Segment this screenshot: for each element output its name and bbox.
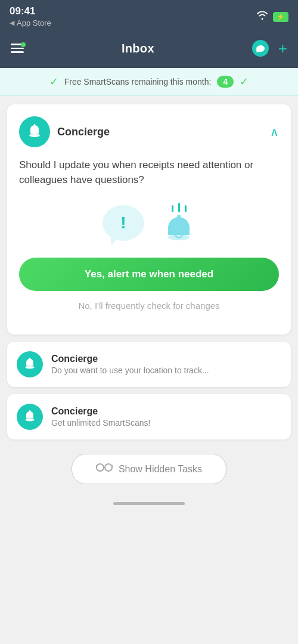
concierge-row-title-1: Concierge: [51, 354, 209, 364]
bell-small-icon-1: [23, 358, 36, 371]
status-bar: 09:41 ◀ App Store ⚡: [0, 0, 298, 31]
back-arrow-icon: ◀: [10, 19, 14, 27]
app-header: Inbox +: [0, 31, 298, 68]
menu-button[interactable]: [11, 44, 24, 53]
concierge-header: Concierge ∧: [19, 116, 279, 147]
scan-banner-text: Free SmartScans remaining this month:: [64, 77, 212, 86]
svg-point-5: [29, 358, 31, 360]
ray-2: [178, 203, 180, 212]
wifi-icon: [256, 11, 268, 22]
chat-bubble-shape: !: [103, 205, 144, 241]
status-right: ⚡: [256, 11, 288, 22]
home-bar: [113, 502, 185, 505]
concierge-row-subtitle-1: Do you want to use your location to trac…: [51, 366, 209, 375]
svg-line-12: [112, 466, 113, 467]
bell-illustration: [162, 205, 195, 241]
glasses-svg: [96, 463, 113, 472]
add-button[interactable]: +: [278, 41, 287, 56]
svg-line-11: [96, 466, 97, 467]
bell-small-icon-2: [23, 410, 36, 423]
concierge-avatar: [19, 116, 50, 147]
hamburger-line-3: [11, 51, 24, 53]
status-time: 09:41: [10, 6, 51, 17]
hamburger-line-2: [11, 48, 24, 49]
show-hidden-tasks-label: Show Hidden Tasks: [119, 464, 202, 475]
home-indicator: [0, 495, 298, 510]
chat-icon[interactable]: [252, 40, 269, 57]
concierge-row-card-2[interactable]: Concierge Get unlimited SmartScans!: [7, 394, 291, 439]
status-carrier: ◀ App Store: [10, 18, 51, 27]
scan-count-badge: 4: [217, 76, 234, 88]
svg-point-7: [29, 410, 31, 412]
header-icons: +: [252, 40, 287, 57]
battery-icon: ⚡: [273, 12, 288, 22]
concierge-question: Should I update you when receipts need a…: [19, 158, 279, 187]
concierge-row-subtitle-2: Get unlimited SmartScans!: [51, 418, 151, 428]
scan-banner: ✓ Free SmartScans remaining this month: …: [0, 68, 298, 96]
alert-me-button[interactable]: Yes, alert me when needed: [19, 258, 279, 291]
concierge-row-card-1[interactable]: Concierge Do you want to use your locati…: [7, 342, 291, 387]
concierge-row-1[interactable]: Concierge Do you want to use your locati…: [7, 342, 291, 387]
bell-icon: [27, 124, 42, 140]
bell-rays: [172, 205, 187, 212]
concierge-expanded-card: Concierge ∧ Should I update you when rec…: [7, 104, 291, 335]
ray-3: [185, 205, 187, 212]
bell-large-icon: [162, 215, 195, 241]
main-content: Concierge ∧ Should I update you when rec…: [0, 96, 298, 495]
page-title: Inbox: [122, 42, 154, 55]
concierge-title: Concierge: [57, 126, 270, 138]
illustration-area: !: [19, 187, 279, 253]
scan-right-icon: ✓: [240, 75, 249, 88]
concierge-row-2[interactable]: Concierge Get unlimited SmartScans!: [7, 394, 291, 439]
svg-point-1: [34, 124, 36, 126]
concierge-row-avatar-1: [17, 351, 43, 377]
notification-dot: [21, 42, 26, 47]
glasses-icon: [96, 463, 113, 475]
chevron-up-icon[interactable]: ∧: [270, 125, 279, 139]
exclamation-icon: !: [120, 213, 126, 233]
show-hidden-tasks-button[interactable]: Show Hidden Tasks: [72, 454, 226, 484]
status-left: 09:41 ◀ App Store: [10, 6, 51, 27]
svg-point-8: [97, 464, 104, 471]
concierge-expanded-inner: Concierge ∧ Should I update you when rec…: [7, 104, 291, 335]
ray-1: [172, 205, 173, 212]
svg-point-3: [177, 215, 181, 218]
scan-left-icon: ✓: [49, 75, 58, 88]
svg-point-9: [105, 464, 112, 471]
concierge-row-avatar-2: [17, 404, 43, 430]
chat-bubble-illustration: !: [103, 205, 144, 241]
concierge-row-text-2: Concierge Get unlimited SmartScans!: [51, 406, 151, 428]
no-thanks-button[interactable]: No, I'll frequently check for changes: [19, 291, 279, 320]
concierge-row-title-2: Concierge: [51, 406, 151, 417]
concierge-row-text-1: Concierge Do you want to use your locati…: [51, 354, 209, 375]
